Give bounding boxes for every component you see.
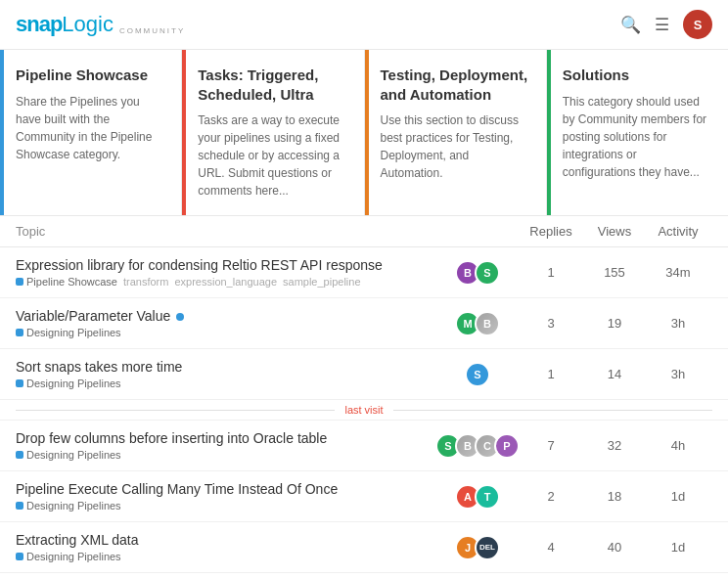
avatar-group: S: [465, 362, 490, 387]
new-indicator: [176, 313, 184, 321]
category-dot: [16, 553, 23, 560]
avatar-group: JDEL: [455, 535, 500, 560]
category-dot: [16, 329, 23, 336]
table-row: Pipeline Execute Calling Many Time Inste…: [0, 471, 728, 522]
topic-content: Pipeline Execute Calling Many Time Inste…: [16, 481, 438, 511]
avatars-column: S: [438, 362, 517, 387]
avatars-column: JDEL: [438, 535, 517, 560]
replies-count: 3: [517, 316, 585, 331]
last-visit-line-left: [16, 410, 335, 411]
table-row: Extracting XML data Designing Pipelines …: [0, 522, 728, 573]
last-visit-line-right: [393, 410, 712, 411]
topic-tag: expression_language: [174, 276, 277, 288]
topic-title[interactable]: Variable/Parameter Value: [16, 308, 438, 324]
avatars-column: AT: [438, 484, 517, 510]
avatar: S: [475, 260, 500, 286]
topic-content: Drop few columns before inserting into O…: [16, 430, 438, 461]
category-cards: Pipeline Showcase Share the Pipelines yo…: [0, 50, 728, 216]
avatars-column: SBCP: [438, 433, 517, 459]
avatars-column: MB: [438, 311, 517, 336]
views-count: 14: [585, 367, 644, 381]
topic-title[interactable]: Drop few columns before inserting into O…: [16, 430, 438, 446]
table-header: Topic Replies Views Activity: [0, 216, 728, 247]
logo-community-label: COMMUNITY: [119, 26, 185, 35]
topic-category[interactable]: Designing Pipelines: [16, 378, 121, 389]
category-name: Pipeline Showcase: [26, 276, 117, 288]
replies-count: 7: [517, 438, 585, 453]
menu-icon[interactable]: ☰: [655, 15, 669, 35]
user-avatar[interactable]: S: [683, 10, 712, 39]
topic-title[interactable]: Extracting XML data: [16, 532, 438, 548]
topic-meta: Designing Pipelines: [16, 500, 438, 511]
table-row: Drop few columns before inserting into O…: [0, 421, 728, 471]
search-icon[interactable]: 🔍: [620, 15, 641, 35]
category-title: Pipeline Showcase: [16, 66, 165, 85]
category-name: Designing Pipelines: [26, 327, 121, 338]
avatar: S: [465, 362, 490, 387]
category-title: Solutions: [563, 66, 712, 85]
topic-tag: transform: [123, 276, 168, 288]
topic-title[interactable]: Pipeline Execute Calling Many Time Inste…: [16, 481, 438, 497]
topic-table: Topic Replies Views Activity Expression …: [0, 216, 728, 578]
category-name: Designing Pipelines: [26, 378, 121, 389]
category-card-tasks-triggered[interactable]: Tasks: Triggered, Scheduled, Ultra Tasks…: [182, 50, 364, 215]
category-card-pipeline-showcase[interactable]: Pipeline Showcase Share the Pipelines yo…: [0, 50, 182, 215]
category-desc: Use this section to discuss best practic…: [381, 111, 530, 182]
topic-category[interactable]: Designing Pipelines: [16, 551, 121, 562]
views-count: 19: [585, 316, 644, 331]
topic-title[interactable]: Expression library for condensing Reltio…: [16, 257, 438, 273]
col-header-topic: Topic: [16, 224, 438, 239]
category-name: Designing Pipelines: [26, 551, 121, 562]
category-name: Designing Pipelines: [26, 449, 121, 461]
category-card-testing-deployment[interactable]: Testing, Deployment, and Automation Use …: [365, 50, 547, 215]
topic-content: Expression library for condensing Reltio…: [16, 257, 438, 288]
avatar-group: BS: [455, 260, 500, 286]
topic-content: Variable/Parameter Value Designing Pipel…: [16, 308, 438, 338]
topic-category[interactable]: Designing Pipelines: [16, 449, 121, 461]
category-dot: [16, 278, 23, 286]
topic-title[interactable]: Sort snaps takes more time: [16, 359, 438, 375]
logo: snapLogic COMMUNITY: [16, 12, 185, 37]
category-name: Designing Pipelines: [26, 500, 121, 511]
views-count: 18: [585, 489, 644, 504]
views-count: 155: [585, 265, 644, 280]
replies-count: 1: [517, 265, 585, 280]
topic-category[interactable]: Designing Pipelines: [16, 500, 121, 511]
logo-logic: Logic: [62, 12, 114, 37]
avatars-column: BS: [438, 260, 517, 286]
last-visit-label: last visit: [335, 400, 392, 420]
table-row: Expression library for condensing Reltio…: [0, 247, 728, 298]
topic-meta: Designing Pipelines: [16, 551, 438, 562]
topic-meta: Designing Pipelines: [16, 327, 438, 338]
logo-snap: snap: [16, 12, 62, 37]
table-row: Sort snaps takes more time Designing Pip…: [0, 349, 728, 400]
activity-time: 3h: [644, 367, 712, 381]
category-dot: [16, 502, 23, 510]
category-dot: [16, 451, 23, 459]
avatar-group: AT: [455, 484, 500, 510]
avatar: T: [475, 484, 500, 510]
replies-count: 1: [517, 367, 585, 381]
table-row: Variable/Parameter Value Designing Pipel…: [0, 298, 728, 349]
activity-time: 1d: [644, 489, 712, 504]
avatar: DEL: [475, 535, 500, 560]
topic-content: Sort snaps takes more time Designing Pip…: [16, 359, 438, 389]
topic-meta: Designing Pipelines: [16, 449, 438, 461]
activity-time: 34m: [644, 265, 712, 280]
activity-time: 4h: [644, 438, 712, 453]
last-visit-divider: last visit: [0, 400, 728, 421]
topic-category[interactable]: Designing Pipelines: [16, 327, 121, 338]
col-header-replies: Replies: [517, 224, 585, 239]
category-card-solutions[interactable]: Solutions This category should used by C…: [547, 50, 728, 215]
category-desc: This category should used by Community m…: [563, 93, 712, 181]
replies-count: 4: [517, 540, 585, 555]
replies-count: 2: [517, 489, 585, 504]
activity-time: 3h: [644, 316, 712, 331]
activity-time: 1d: [644, 540, 712, 555]
table-row: ⚑How to create multiple hierarchy sets i…: [0, 573, 728, 578]
main-header: snapLogic COMMUNITY 🔍 ☰ S: [0, 0, 728, 50]
views-count: 40: [585, 540, 644, 555]
topic-category[interactable]: Pipeline Showcase: [16, 276, 117, 288]
topic-meta: Pipeline Showcase transformexpression_la…: [16, 276, 438, 288]
avatar-group: MB: [455, 311, 500, 336]
